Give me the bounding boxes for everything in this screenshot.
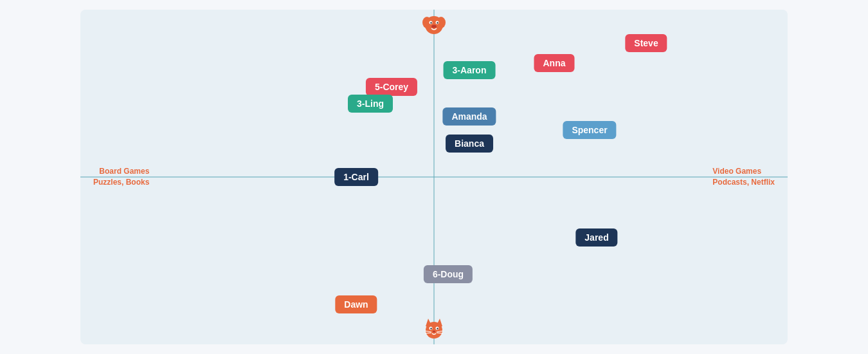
node-steve[interactable]: Steve [625, 34, 667, 52]
svg-point-6 [437, 22, 438, 23]
svg-point-7 [431, 25, 437, 28]
node-dawn[interactable]: Dawn [335, 295, 377, 313]
svg-point-15 [433, 331, 435, 333]
label-left: Board Games Puzzles, Books [93, 166, 149, 188]
svg-point-5 [430, 22, 431, 23]
chart-area: Board Games Puzzles, Books Video Games P… [80, 10, 788, 344]
svg-point-13 [430, 328, 431, 329]
node-amanda[interactable]: Amanda [442, 107, 496, 126]
svg-point-14 [437, 328, 438, 329]
cat-icon [422, 316, 446, 343]
node-aaron[interactable]: 3-Aaron [444, 61, 496, 79]
node-anna[interactable]: Anna [534, 54, 575, 72]
axis-vertical [434, 10, 435, 344]
node-jared[interactable]: Jared [575, 228, 617, 247]
svg-point-10 [426, 322, 442, 339]
node-corey[interactable]: 5-Corey [366, 78, 417, 96]
node-doug[interactable]: 6-Doug [424, 265, 473, 283]
label-right: Video Games Podcasts, Netflix [712, 166, 775, 188]
node-bianca[interactable]: Bianca [446, 135, 493, 153]
node-ling[interactable]: 3-Ling [348, 95, 393, 113]
dog-icon [420, 11, 448, 41]
node-spencer[interactable]: Spencer [563, 121, 616, 139]
node-carl[interactable]: 1-Carl [334, 168, 378, 186]
